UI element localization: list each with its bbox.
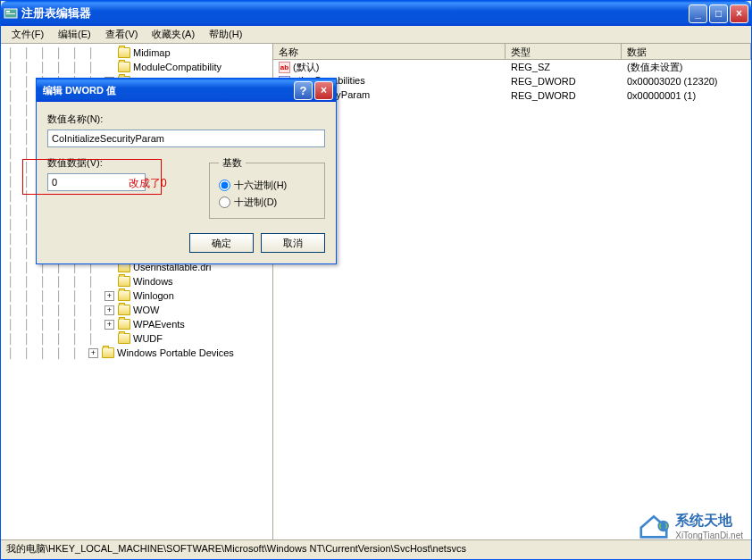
close-button[interactable]: × [730,4,748,23]
value-type: REG_DWORD [506,90,622,101]
folder-icon [118,276,130,287]
regedit-icon [4,6,18,21]
svg-rect-1 [6,11,10,13]
tree-item[interactable]: │││││+Windows Portable Devices [8,346,272,360]
radix-dec-radio[interactable] [219,196,230,208]
list-header: 名称 类型 数据 [273,44,751,60]
statusbar: 我的电脑\HKEY_LOCAL_MACHINE\SOFTWARE\Microso… [1,539,751,557]
minimize-button[interactable]: _ [689,4,707,23]
maximize-button[interactable]: □ [709,4,728,23]
tree-expand-icon[interactable]: + [104,291,114,301]
value-name: (默认) [293,62,319,72]
value-data: 0x00000001 (1) [622,90,751,101]
folder-icon [118,47,130,58]
tree-label[interactable]: WOW [133,305,159,315]
watermark-logo-icon [638,512,670,540]
ok-button[interactable]: 确定 [189,233,254,253]
col-header-name[interactable]: 名称 [273,44,506,59]
col-header-type[interactable]: 类型 [506,44,622,59]
folder-icon [118,290,130,301]
folder-icon [102,347,114,358]
watermark-url: XiTongTianDi.net [675,531,743,540]
tree-label[interactable]: Windows [133,276,173,287]
tree-item[interactable]: ││││││+WOW [8,303,272,317]
tree-item[interactable]: ││││││Windows [8,274,272,288]
watermark: 系统天地 XiTongTianDi.net [638,512,743,540]
statusbar-path: 我的电脑\HKEY_LOCAL_MACHINE\SOFTWARE\Microso… [6,542,466,556]
dialog-help-button[interactable]: ? [294,81,313,100]
list-row[interactable]: ab(默认)REG_SZ(数值未设置) [273,60,751,74]
tree-item[interactable]: ││││││Midimap [8,46,272,60]
tree-item[interactable]: ││││││+Winlogon [8,288,272,303]
value-type: REG_SZ [506,62,622,72]
annotation-text: 改成了0 [129,176,167,191]
radix-fieldset: 基数 十六进制(H) 十进制(D) [209,156,325,219]
folder-icon [118,333,130,344]
folder-icon [118,305,130,315]
dialog-close-button[interactable]: × [314,81,333,100]
radix-hex-label: 十六进制(H) [234,179,287,192]
list-row[interactable]: 01izeSecurityParamREG_DWORD0x00000001 (1… [273,88,751,103]
menu-file[interactable]: 文件(F) [4,26,51,43]
value-data: (数值未设置) [622,61,751,74]
tree-expand-icon[interactable]: + [104,320,114,330]
tree-item[interactable]: ││││││WUDF [8,331,272,346]
menu-view[interactable]: 查看(V) [98,26,146,43]
radix-dec-label: 十进制(D) [234,196,277,209]
radix-hex-radio[interactable] [219,180,230,191]
value-data: 0x00003020 (12320) [622,76,751,87]
col-header-data[interactable]: 数据 [622,44,751,59]
value-type: REG_DWORD [506,76,622,87]
tree-label[interactable]: Windows Portable Devices [117,347,234,358]
titlebar[interactable]: 注册表编辑器 _ □ × [1,1,751,26]
tree-label[interactable]: Midimap [133,47,171,58]
value-name-input[interactable] [47,130,325,147]
folder-icon [118,62,130,72]
dialog-title: 编辑 DWORD 值 [39,84,294,97]
svg-rect-2 [6,13,15,14]
value-string-icon: ab [279,62,290,73]
tree-expand-icon[interactable]: + [104,305,114,315]
list-panel[interactable]: 名称 类型 数据 ab(默认)REG_SZ(数值未设置)01ationCapab… [273,44,751,539]
menubar: 文件(F) 编辑(E) 查看(V) 收藏夹(A) 帮助(H) [1,26,751,44]
tree-item[interactable]: ││││││+WPAEvents [8,317,272,331]
tree-label[interactable]: Winlogon [133,290,174,301]
tree-item[interactable]: ││││││ModuleCompatibility [8,60,272,74]
tree-label[interactable]: ModuleCompatibility [133,62,221,72]
list-row[interactable]: 01ationCapabilitiesREG_DWORD0x00003020 (… [273,74,751,88]
value-name-label: 数值名称(N): [47,113,325,126]
cancel-button[interactable]: 取消 [261,233,325,253]
menu-favorites[interactable]: 收藏夹(A) [145,26,202,43]
watermark-title: 系统天地 [675,512,743,531]
tree-label[interactable]: WPAEvents [133,319,185,330]
dialog-titlebar[interactable]: 编辑 DWORD 值 ? × [37,79,336,102]
menu-edit[interactable]: 编辑(E) [51,26,98,43]
radix-legend: 基数 [219,156,246,170]
menu-help[interactable]: 帮助(H) [202,26,249,43]
folder-icon [118,319,130,330]
tree-expand-icon[interactable]: + [88,348,98,358]
window-title: 注册表编辑器 [21,5,689,21]
tree-label[interactable]: WUDF [133,333,163,344]
